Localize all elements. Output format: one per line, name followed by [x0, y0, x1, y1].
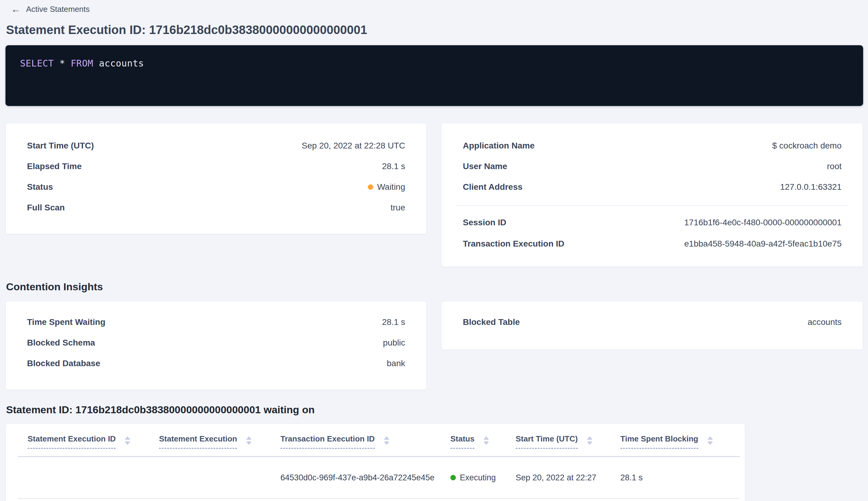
column-header-label: Statement Execution — [159, 434, 237, 449]
sort-icon[interactable] — [587, 436, 593, 445]
cell-transaction-execution-id: 64530d0c-969f-437e-a9b4-26a72245e45e — [280, 473, 451, 482]
elapsed-time-row: Elapsed Time 28.1 s — [6, 156, 426, 177]
cell-start-time: Sep 20, 2022 at 22:27 — [516, 473, 620, 482]
blocked-table-card: Blocked Table accounts — [441, 301, 863, 350]
column-header-label: Status — [451, 434, 474, 449]
table-row: 64530d0c-969f-437e-a9b4-26a72245e45e Exe… — [6, 457, 745, 498]
sql-star: * — [59, 58, 65, 68]
cell-time-spent-blocking: 28.1 s — [620, 473, 733, 482]
blocked-table-label: Blocked Table — [463, 317, 520, 327]
waiting-on-heading: Statement ID: 1716b218dc0b38380000000000… — [6, 404, 863, 416]
blocked-schema-row: Blocked Schema public — [6, 332, 426, 353]
status-label: Status — [27, 182, 53, 192]
sort-icon[interactable] — [246, 436, 252, 445]
executing-status-text: Executing — [460, 473, 496, 482]
contention-details-card: Time Spent Waiting 28.1 s Blocked Schema… — [6, 301, 427, 390]
column-header-start-time[interactable]: Start Time (UTC) — [516, 434, 620, 449]
start-time-row: Start Time (UTC) Sep 20, 2022 at 22:28 U… — [6, 136, 426, 156]
overview-cards-row: Start Time (UTC) Sep 20, 2022 at 22:28 U… — [6, 123, 863, 267]
sql-table-name: accounts — [99, 58, 144, 68]
column-header-statement-execution-id[interactable]: Statement Execution ID — [28, 434, 159, 449]
breadcrumb-back-link[interactable]: ← Active Statements — [11, 4, 90, 14]
full-scan-value: true — [391, 203, 405, 213]
cell-status: Executing — [451, 473, 516, 482]
blocked-table-row: Blocked Table accounts — [442, 312, 863, 332]
user-name-value: root — [827, 161, 842, 171]
user-name-label: User Name — [463, 161, 507, 171]
application-name-value: $ cockroach demo — [772, 141, 842, 151]
user-name-row: User Name root — [442, 156, 863, 177]
column-header-label: Start Time (UTC) — [516, 434, 578, 449]
start-time-value: Sep 20, 2022 at 22:28 UTC — [302, 141, 405, 151]
table-header-row: Statement Execution ID Statement Executi… — [6, 434, 745, 449]
contention-cards-row: Time Spent Waiting 28.1 s Blocked Schema… — [6, 301, 863, 390]
sort-icon[interactable] — [484, 436, 489, 445]
time-spent-waiting-value: 28.1 s — [382, 317, 405, 327]
time-spent-waiting-row: Time Spent Waiting 28.1 s — [6, 312, 426, 332]
blocked-database-row: Blocked Database bank — [6, 353, 426, 374]
statement-execution-details-page: ← Active Statements Statement Execution … — [0, 0, 868, 501]
sql-keyword-select: SELECT — [20, 58, 54, 68]
blocked-database-label: Blocked Database — [27, 359, 100, 368]
status-text: Waiting — [377, 182, 405, 192]
page-title: Statement Execution ID: 1716b218dc0b3838… — [6, 23, 863, 37]
column-header-time-spent-blocking[interactable]: Time Spent Blocking — [620, 434, 733, 449]
time-spent-waiting-label: Time Spent Waiting — [27, 317, 105, 327]
transaction-execution-id-link[interactable]: e1bba458-5948-40a9-a42f-5feac1b10e75 — [684, 239, 842, 249]
breadcrumb-label: Active Statements — [26, 4, 90, 14]
back-arrow-icon: ← — [11, 4, 21, 14]
blocked-database-value: bank — [387, 359, 405, 368]
blocked-table-value: accounts — [807, 317, 842, 327]
elapsed-time-label: Elapsed Time — [27, 161, 82, 171]
application-name-row: Application Name $ cockroach demo — [442, 136, 863, 156]
card-divider — [456, 205, 848, 206]
client-address-value: 127.0.0.1:63321 — [780, 182, 842, 192]
column-header-transaction-execution-id[interactable]: Transaction Execution ID — [280, 434, 451, 449]
sort-icon[interactable] — [384, 436, 389, 445]
executing-status-dot-icon — [451, 475, 456, 480]
sort-icon[interactable] — [125, 436, 130, 445]
full-scan-row: Full Scan true — [6, 198, 426, 218]
elapsed-time-value: 28.1 s — [382, 161, 405, 171]
blocked-schema-label: Blocked Schema — [27, 338, 95, 348]
transaction-execution-id-label: Transaction Execution ID — [463, 239, 564, 249]
sql-statement-text: SELECT * FROM accounts — [20, 58, 144, 68]
column-header-label: Statement Execution ID — [28, 434, 116, 449]
waiting-status-dot-icon — [368, 184, 373, 190]
client-address-label: Client Address — [463, 182, 523, 192]
blocked-schema-value: public — [383, 338, 405, 348]
column-header-label: Time Spent Blocking — [620, 434, 698, 449]
column-header-status[interactable]: Status — [451, 434, 516, 449]
status-row: Status Waiting — [6, 177, 426, 198]
contention-insights-heading: Contention Insights — [6, 281, 863, 293]
sql-statement-box: SELECT * FROM accounts — [6, 45, 863, 106]
execution-details-card: Start Time (UTC) Sep 20, 2022 at 22:28 U… — [6, 123, 427, 234]
sql-keyword-from: FROM — [71, 58, 93, 68]
waiting-on-table: Statement Execution ID Statement Executi… — [6, 424, 745, 501]
session-id-link[interactable]: 1716b1f6-4e0c-f480-0000-000000000001 — [684, 218, 842, 227]
session-id-label: Session ID — [463, 218, 506, 227]
column-header-statement-execution[interactable]: Statement Execution — [159, 434, 280, 449]
column-header-label: Transaction Execution ID — [280, 434, 375, 449]
transaction-execution-id-row: Transaction Execution ID e1bba458-5948-4… — [442, 233, 863, 254]
session-id-row: Session ID 1716b1f6-4e0c-f480-0000-00000… — [442, 212, 863, 233]
client-address-row: Client Address 127.0.0.1:63321 — [442, 177, 863, 198]
status-value: Waiting — [368, 182, 405, 192]
full-scan-label: Full Scan — [27, 203, 65, 213]
start-time-label: Start Time (UTC) — [27, 141, 94, 151]
application-name-label: Application Name — [463, 141, 534, 151]
sort-icon[interactable] — [707, 436, 713, 445]
session-details-card: Application Name $ cockroach demo User N… — [441, 123, 863, 267]
